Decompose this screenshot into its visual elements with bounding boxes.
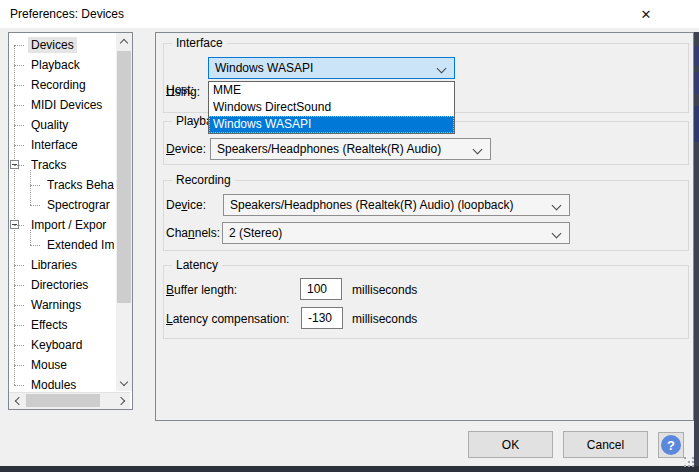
tree-connector — [14, 385, 24, 386]
ok-button[interactable]: OK — [468, 431, 553, 458]
recording-device-label: Device: — [166, 194, 206, 216]
preferences-dialog: Preferences: Devices ✕ Devices Playback … — [0, 0, 699, 472]
sidebar-item-devices[interactable]: Devices — [9, 35, 114, 55]
sidebar-item-recording[interactable]: Recording — [9, 75, 114, 95]
tree-rows: Devices Playback Recording MIDI Devices … — [9, 35, 114, 395]
help-button[interactable]: ? — [658, 432, 684, 458]
sidebar-item-interface[interactable]: Interface — [9, 135, 114, 155]
title-bar: Preferences: Devices ✕ — [0, 0, 699, 28]
host-dropdown-list: MME Windows DirectSound Windows WASAPI — [208, 81, 455, 134]
host-combobox[interactable]: Windows WASAPI — [208, 57, 455, 79]
host-option-directsound[interactable]: Windows DirectSound — [209, 99, 454, 116]
recording-device-value: Speakers/Headphones (Realtek(R) Audio) (… — [230, 198, 513, 212]
playback-device-combobox[interactable]: Speakers/Headphones (Realtek(R) Audio) — [210, 138, 491, 160]
tree-connector — [30, 205, 40, 206]
tree-connector — [14, 365, 24, 366]
channels-combobox[interactable]: 2 (Stereo) — [222, 222, 570, 244]
sidebar-item-tracks[interactable]: Tracks — [9, 155, 114, 175]
scroll-right-icon[interactable] — [114, 393, 130, 409]
tree-connector — [14, 145, 24, 146]
tree-connector — [14, 225, 24, 226]
background-window-right-edge — [694, 32, 699, 472]
background-edge-segment — [694, 106, 699, 142]
chevron-down-icon — [552, 229, 562, 239]
buffer-length-unit: milliseconds — [352, 279, 417, 301]
sidebar-item-import-export[interactable]: Import / Expor — [9, 215, 114, 235]
tree-horizontal-scrollbar[interactable] — [9, 392, 130, 409]
chevron-down-icon — [437, 64, 447, 74]
tree-connector — [30, 185, 40, 186]
chevron-down-icon — [473, 145, 483, 155]
sidebar-item-warnings[interactable]: Warnings — [9, 295, 114, 315]
background-edge-segment — [694, 46, 699, 66]
sidebar-item-quality[interactable]: Quality — [9, 115, 114, 135]
tree-connector — [14, 165, 24, 166]
tree-connector — [14, 285, 24, 286]
latency-compensation-label: Latency compensation: — [166, 308, 289, 330]
buffer-length-input[interactable] — [300, 278, 342, 300]
scrollbar-thumb[interactable] — [26, 394, 100, 407]
channels-value: 2 (Stereo) — [229, 226, 282, 240]
sidebar-item-keyboard[interactable]: Keyboard — [9, 335, 114, 355]
tree-connector — [30, 245, 40, 246]
sidebar-item-extended-import[interactable]: Extended Im — [9, 235, 114, 255]
latency-group-title: Latency — [172, 258, 222, 272]
tree-connector — [14, 345, 24, 346]
sidebar-item-midi-devices[interactable]: MIDI Devices — [9, 95, 114, 115]
cancel-button[interactable]: Cancel — [563, 431, 648, 458]
help-question-icon: ? — [661, 435, 681, 455]
category-tree: Devices Playback Recording MIDI Devices … — [8, 32, 133, 410]
scroll-down-icon[interactable] — [116, 375, 132, 391]
scroll-left-icon[interactable] — [9, 393, 25, 409]
sidebar-item-directories[interactable]: Directories — [9, 275, 114, 295]
channels-label: Channels: — [166, 222, 220, 244]
host-combobox-value: Windows WASAPI — [215, 61, 313, 75]
using-label: Using: — [166, 84, 200, 101]
buffer-length-label: Buffer length: — [166, 279, 237, 301]
playback-device-value: Speakers/Headphones (Realtek(R) Audio) — [217, 142, 441, 156]
tree-connector — [14, 305, 24, 306]
tree-connector — [14, 325, 24, 326]
tree-connector — [14, 265, 24, 266]
sidebar-item-libraries[interactable]: Libraries — [9, 255, 114, 275]
latency-compensation-unit: milliseconds — [352, 308, 417, 330]
chevron-down-icon — [552, 201, 562, 211]
recording-group-title: Recording — [172, 173, 235, 187]
host-option-mme[interactable]: MME — [209, 82, 454, 99]
background-edge-segment — [694, 72, 699, 94]
tree-connector — [14, 105, 24, 106]
scroll-up-icon[interactable] — [116, 33, 132, 49]
sidebar-item-mouse[interactable]: Mouse — [9, 355, 114, 375]
sidebar-item-spectrograms[interactable]: Spectrograr — [9, 195, 114, 215]
resize-grip[interactable] — [684, 457, 686, 459]
tree-connector — [14, 45, 24, 46]
sidebar-item-tracks-behaviors[interactable]: Tracks Beha — [9, 175, 114, 195]
latency-compensation-input[interactable] — [301, 307, 343, 329]
tree-vertical-scrollbar[interactable] — [116, 33, 132, 391]
playback-device-label: Device: — [166, 138, 206, 160]
sidebar-item-effects[interactable]: Effects — [9, 315, 114, 335]
interface-group-title: Interface — [172, 36, 227, 50]
recording-device-combobox[interactable]: Speakers/Headphones (Realtek(R) Audio) (… — [223, 194, 570, 216]
background-window-bottom-edge — [0, 466, 699, 472]
tree-connector — [14, 65, 24, 66]
close-icon[interactable]: ✕ — [634, 4, 658, 24]
scrollbar-thumb[interactable] — [117, 51, 131, 303]
tree-connector — [14, 125, 24, 126]
page-title: Preferences: Devices — [10, 7, 124, 21]
host-option-wasapi[interactable]: Windows WASAPI — [209, 116, 454, 133]
tree-connector — [14, 85, 24, 86]
sidebar-item-playback[interactable]: Playback — [9, 55, 114, 75]
